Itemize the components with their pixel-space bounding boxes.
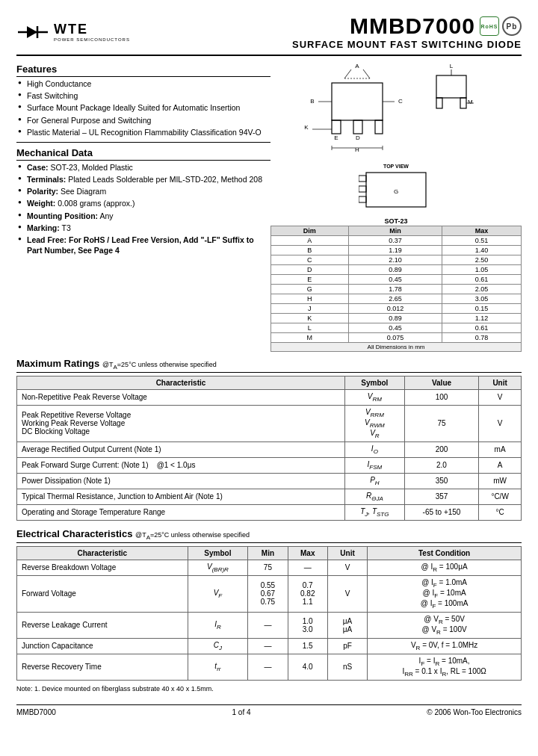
mech-item: Marking: T3 [16, 223, 270, 233]
condition: @ VR = 50V@ VR = 100V [368, 612, 522, 638]
table-row: G1.782.05 [271, 285, 522, 294]
symbol: VRM [344, 389, 404, 405]
col-max: Max [288, 546, 327, 560]
symbol: PH [344, 473, 404, 489]
col-unit: Unit [327, 546, 367, 560]
table-row: M0.0750.78 [271, 333, 522, 343]
footer-left: MMBD7000 [16, 708, 56, 716]
svg-rect-27 [460, 98, 466, 108]
max-val: 4.0 [288, 654, 327, 680]
svg-rect-7 [332, 83, 383, 120]
characteristic: Reverse Recovery Time [17, 654, 188, 680]
diagram-area: A B C [270, 59, 522, 214]
table-row: Reverse Recovery Time trr — 4.0 nS IF = … [17, 654, 522, 680]
svg-text:TOP VIEW: TOP VIEW [383, 164, 409, 169]
table-row: Junction Capacitance CJ — 1.5 pF VR = 0V… [17, 638, 522, 654]
top-content: Features High Conductance Fast Switching… [16, 59, 522, 352]
symbol: V(BR)R [188, 560, 248, 575]
max-ratings-title: Maximum Ratings @TA=25°C unless otherwis… [16, 358, 522, 373]
unit: pF [327, 638, 367, 654]
page-footer: MMBD7000 1 of 4 © 2006 Won-Too Electroni… [16, 704, 522, 716]
condition: @ IR = 100μA [368, 560, 522, 575]
svg-text:L: L [450, 63, 454, 69]
characteristic: Non-Repetitive Peak Reverse Voltage [17, 389, 345, 405]
rohs-badge: RoHS [480, 16, 499, 36]
mech-item: Polarity: See Diagram [16, 186, 270, 196]
symbol: VRRMVRWMVR [344, 405, 404, 441]
characteristic: Reverse Breakdown Voltage [17, 560, 188, 575]
svg-text:H: H [355, 146, 359, 153]
max-ratings-section: Maximum Ratings @TA=25°C unless otherwis… [16, 358, 522, 521]
value: 2.0 [404, 457, 478, 473]
unit: mA [479, 441, 522, 457]
features-title: Features [16, 63, 270, 77]
elec-chars-subtitle: @TA=25°C unless otherwise specified [135, 531, 250, 539]
col-min: Min [248, 546, 288, 560]
col-value: Value [404, 376, 478, 389]
left-column: Features High Conductance Fast Switching… [16, 59, 270, 352]
footer-right: © 2006 Won-Too Electronics [427, 708, 522, 716]
max-val: — [288, 560, 327, 575]
value: 350 [404, 473, 478, 489]
svg-text:C: C [398, 98, 403, 105]
feature-item: Fast Switching [16, 90, 270, 101]
col-symbol: Symbol [188, 546, 248, 560]
sot23-dimensions-table: SOT-23 Dim Min Max A0.370.51 B1.191.40 C… [270, 217, 522, 352]
value: 200 [404, 441, 478, 457]
sot23-side-diagram: A B C [303, 62, 423, 159]
svg-line-5 [363, 69, 370, 78]
max-val: 0.70.821.1 [288, 575, 327, 612]
table-row: E0.450.61 [271, 275, 522, 285]
condition: IF = IR = 10mA,IRR = 0.1 x IR, RL = 100Ω [368, 654, 522, 680]
table-row: K0.891.12 [271, 314, 522, 323]
characteristic: Peak Repetitive Reverse VoltageWorking P… [17, 405, 345, 441]
elec-chars-title: Electrical Characteristics @TA=25°C unle… [16, 528, 522, 543]
characteristic: Forward Voltage [17, 575, 188, 612]
min-val: 0.550.670.75 [248, 575, 288, 612]
max-val: 1.5 [288, 638, 327, 654]
col-characteristic: Characteristic [17, 376, 345, 389]
svg-rect-12 [332, 120, 341, 134]
col-condition: Test Condition [368, 546, 522, 560]
unit: A [479, 457, 522, 473]
sot23-caption: SOT-23 [270, 217, 522, 225]
svg-rect-13 [353, 120, 362, 134]
mech-item: Lead Free: For RoHS / Lead Free Version,… [16, 235, 270, 255]
col-characteristic: Characteristic [17, 546, 188, 560]
svg-text:G: G [394, 188, 398, 195]
mech-item: Case: SOT-23, Molded Plastic [16, 162, 270, 173]
value: 75 [404, 405, 478, 441]
unit: V [479, 405, 522, 441]
symbol: TJ, TSTG [344, 504, 404, 520]
symbol: CJ [188, 638, 248, 654]
unit: °C/W [479, 489, 522, 504]
svg-text:D: D [356, 134, 360, 141]
feature-item: For General Purpose and Switching [16, 115, 270, 126]
col-max: Max [442, 226, 522, 236]
svg-rect-32 [359, 176, 366, 182]
min-val: — [248, 638, 288, 654]
mechanical-list: Case: SOT-23, Molded Plastic Terminals: … [16, 162, 270, 255]
table-row: Average Rectified Output Current (Note 1… [17, 441, 522, 457]
elec-chars-section: Electrical Characteristics @TA=25°C unle… [16, 528, 522, 681]
logo-subtitle: POWER SEMICONDUCTORS [54, 37, 130, 42]
footer-center: 1 of 4 [232, 708, 251, 716]
unit: V [327, 560, 367, 575]
svg-marker-1 [27, 26, 37, 38]
max-ratings-table: Characteristic Symbol Value Unit Non-Rep… [16, 376, 522, 521]
svg-rect-33 [359, 186, 366, 192]
unit: μAμA [327, 612, 367, 638]
feature-item: Plastic Material – UL Recognition Flamma… [16, 127, 270, 137]
table-row: J0.0120.15 [271, 304, 522, 314]
top-view-diagram: TOP VIEW G [359, 162, 433, 214]
min-val: — [248, 654, 288, 680]
value: 100 [404, 389, 478, 405]
header-divider [16, 55, 522, 56]
min-val: — [248, 612, 288, 638]
col-dim: Dim [271, 226, 349, 236]
svg-rect-26 [436, 98, 442, 108]
unit: V [327, 575, 367, 612]
diode-logo-icon [16, 20, 49, 44]
characteristic: Typical Thermal Resistance, Junction to … [17, 489, 345, 504]
symbol: RΘJA [344, 489, 404, 504]
